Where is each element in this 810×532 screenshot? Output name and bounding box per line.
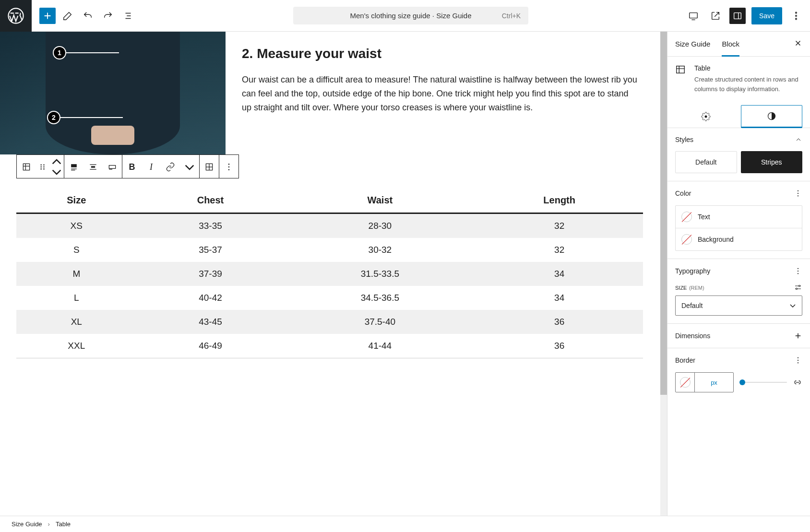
dimensions-panel: Dimensions: [667, 324, 810, 348]
table-cell[interactable]: M: [16, 262, 137, 286]
table-cell[interactable]: S: [16, 238, 137, 262]
align-none-icon[interactable]: [64, 155, 83, 179]
italic-icon[interactable]: I: [142, 155, 161, 179]
table-cell[interactable]: 33-35: [137, 213, 285, 238]
table-row[interactable]: S35-3730-3232: [16, 238, 643, 262]
typography-panel-header[interactable]: Typography: [667, 259, 810, 283]
table-cell[interactable]: 30-32: [284, 238, 476, 262]
border-panel-header[interactable]: Border: [667, 348, 810, 372]
wordpress-logo[interactable]: [0, 0, 32, 32]
drag-handle-icon[interactable]: [36, 155, 49, 179]
table-cell[interactable]: XL: [16, 310, 137, 334]
scrollbar-track[interactable]: [660, 32, 667, 516]
tab-template[interactable]: Size Guide: [675, 32, 710, 56]
size-table[interactable]: SizeChestWaistLength XS33-3528-3032S35-3…: [16, 188, 643, 358]
add-block-button[interactable]: [39, 8, 56, 24]
svg-rect-20: [677, 66, 685, 73]
svg-point-23: [798, 193, 798, 194]
table-cell[interactable]: 46-49: [137, 334, 285, 358]
border-width-slider[interactable]: [739, 382, 787, 383]
table-cell[interactable]: 34: [476, 262, 643, 286]
undo-icon[interactable]: [80, 8, 96, 24]
font-size-select[interactable]: Default: [675, 296, 802, 316]
measurement-image[interactable]: 1 2: [0, 32, 226, 154]
table-cell[interactable]: 31.5-33.5: [284, 262, 476, 286]
options-icon[interactable]: [794, 356, 802, 365]
plus-icon[interactable]: [794, 331, 802, 340]
table-row[interactable]: L40-4234.5-36.534: [16, 286, 643, 310]
table-cell[interactable]: XS: [16, 213, 137, 238]
move-arrows[interactable]: [49, 155, 64, 179]
table-cell[interactable]: 32: [476, 213, 643, 238]
align-center-icon[interactable]: [83, 155, 103, 179]
sidebar-toggle-button[interactable]: [729, 8, 746, 24]
breadcrumb-item[interactable]: Table: [56, 520, 71, 528]
document-title-bar[interactable]: Men's clothing size guide · Size Guide C…: [293, 7, 528, 24]
more-formatting-icon[interactable]: [180, 155, 199, 179]
table-header[interactable]: Waist: [284, 188, 476, 213]
color-panel-header[interactable]: Color: [667, 181, 810, 205]
color-text-row[interactable]: Text: [676, 206, 802, 228]
table-row[interactable]: XS33-3528-3032: [16, 213, 643, 238]
bold-icon[interactable]: B: [122, 155, 142, 179]
options-icon[interactable]: [794, 189, 802, 198]
table-cell[interactable]: 28-30: [284, 213, 476, 238]
border-width-input[interactable]: px: [675, 372, 734, 392]
dimensions-panel-header[interactable]: Dimensions: [667, 324, 810, 348]
inspector-tab-switcher: [667, 101, 810, 128]
table-cell[interactable]: 41-44: [284, 334, 476, 358]
device-preview-icon[interactable]: [685, 8, 702, 24]
editor-canvas[interactable]: 1 2 2. Measure your waist Our waist can …: [0, 32, 667, 516]
styles-panel: Styles Default Stripes: [667, 128, 810, 181]
table-header[interactable]: Length: [476, 188, 643, 213]
table-cell[interactable]: 37.5-40: [284, 310, 476, 334]
table-cell[interactable]: 37-39: [137, 262, 285, 286]
table-cell[interactable]: XXL: [16, 334, 137, 358]
svg-point-7: [40, 165, 42, 166]
sliders-icon[interactable]: [794, 283, 802, 292]
link-icon[interactable]: [161, 155, 180, 179]
block-options-icon[interactable]: [219, 155, 238, 179]
table-cell[interactable]: 34: [476, 286, 643, 310]
redo-icon[interactable]: [100, 8, 116, 24]
style-default[interactable]: Default: [675, 151, 737, 173]
table-row[interactable]: M37-3931.5-33.534: [16, 262, 643, 286]
styles-panel-header[interactable]: Styles: [667, 128, 810, 151]
align-wide-icon[interactable]: [103, 155, 122, 179]
svg-point-31: [798, 360, 798, 361]
styles-tab-button[interactable]: [741, 105, 803, 128]
table-cell[interactable]: 36: [476, 334, 643, 358]
table-header[interactable]: Size: [16, 188, 137, 213]
table-header[interactable]: Chest: [137, 188, 285, 213]
close-sidebar-icon[interactable]: [794, 39, 802, 49]
color-bg-row[interactable]: Background: [676, 228, 802, 250]
table-row[interactable]: XL43-4537.5-4036: [16, 310, 643, 334]
svg-point-19: [228, 169, 230, 171]
hero-text[interactable]: 2. Measure your waist Our waist can be a…: [226, 32, 659, 154]
save-button[interactable]: Save: [751, 7, 782, 24]
document-outline-icon[interactable]: [120, 8, 136, 24]
link-sides-icon[interactable]: [793, 378, 802, 387]
svg-point-17: [228, 164, 230, 165]
tab-block[interactable]: Block: [722, 32, 739, 57]
table-cell[interactable]: 34.5-36.5: [284, 286, 476, 310]
scrollbar-thumb[interactable]: [660, 32, 667, 395]
options-icon[interactable]: [794, 267, 802, 275]
breadcrumb-item[interactable]: Size Guide: [12, 520, 42, 528]
table-cell[interactable]: L: [16, 286, 137, 310]
settings-tab-button[interactable]: [675, 105, 737, 128]
svg-point-30: [798, 357, 798, 358]
table-row[interactable]: XXL46-4941-4436: [16, 334, 643, 358]
table-edit-icon[interactable]: [200, 155, 219, 179]
block-type-icon[interactable]: [17, 155, 36, 179]
table-cell[interactable]: 36: [476, 310, 643, 334]
style-stripes[interactable]: Stripes: [741, 151, 803, 173]
external-link-icon[interactable]: [707, 8, 724, 24]
breadcrumb-bar: Size Guide › Table: [0, 516, 810, 532]
table-cell[interactable]: 32: [476, 238, 643, 262]
table-cell[interactable]: 40-42: [137, 286, 285, 310]
edit-tool-icon[interactable]: [60, 8, 76, 24]
table-cell[interactable]: 43-45: [137, 310, 285, 334]
table-cell[interactable]: 35-37: [137, 238, 285, 262]
options-menu-icon[interactable]: [788, 8, 804, 24]
